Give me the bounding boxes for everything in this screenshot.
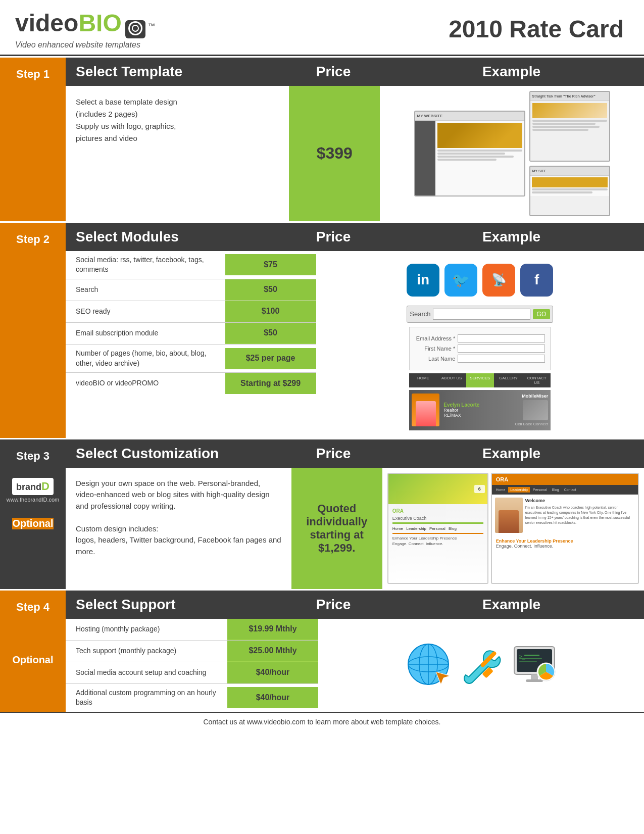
step3-price-col: Quoted individually starting at $1,299.	[291, 468, 382, 589]
firstname-field-row: First Name *	[415, 345, 545, 353]
terminal-svg: >_	[512, 642, 557, 687]
step1-price-col: $399	[289, 86, 380, 221]
footer-text: Contact us at www.videobio.com to learn …	[203, 718, 440, 726]
step1-label: Step 1	[16, 68, 49, 81]
tools-icon	[459, 642, 504, 689]
mobile-miser-brand: MobileMiser	[522, 394, 548, 399]
facebook-label: f	[534, 272, 539, 288]
nav-contact: CONTACT US	[523, 373, 551, 387]
nav-item-3: Personal	[429, 526, 445, 531]
globe-icon	[406, 642, 451, 689]
step1-section: Step 1 Select Template Price Example Sel…	[0, 56, 644, 221]
mockup-img	[437, 123, 522, 148]
cell-back-connect	[523, 400, 548, 420]
step4-price-header: Price	[288, 597, 379, 613]
mockup-side-screens: Straight Talk from "The Rich Advisor"	[529, 91, 610, 216]
page-header: videoBIO ™ Video enhanced website templa…	[0, 0, 644, 55]
rate-card-title: 2010 Rate Card	[449, 15, 624, 43]
ora-divider	[392, 522, 483, 524]
step4-row-0: Hosting (monthly package) $19.99 Mthly	[66, 619, 318, 641]
terminal-icon: >_	[512, 642, 557, 689]
mockup-side-screen-2: MY SITE	[529, 166, 610, 216]
mockup-side-header-2: MY SITE	[530, 167, 609, 176]
nav-item-2: Leadership	[406, 526, 426, 531]
coach-footer-text: Enhance Your Leadership PresenceEngage. …	[492, 536, 638, 551]
ora-nav: Home Leadership Personal Blog	[392, 526, 483, 531]
search-input-mockup	[433, 309, 530, 320]
step4-price-2: $40/hour	[227, 662, 318, 683]
mockup-side-line-3	[532, 126, 600, 128]
step4-price-1: $25.00 Mthly	[227, 641, 318, 662]
coach-header-bar: ORA	[492, 474, 638, 485]
coach-silhouette	[495, 498, 523, 533]
camera-eye	[128, 21, 142, 35]
person-info: Evelyn Lacorte Realtor RE/MAX	[443, 402, 479, 418]
step3-customization-example: 6 ORA Executive Coach Home Leadership Pe…	[385, 470, 641, 586]
mockup-side-body-1	[530, 101, 609, 162]
brand-url: www.thebrandID.com	[7, 497, 60, 503]
firstname-label: First Name *	[415, 346, 455, 352]
step3-label: Step 3	[16, 450, 49, 463]
brand-logo: brandD www.thebrandID.com	[7, 478, 60, 503]
step1-content-row: Select a base template design (includes …	[66, 86, 644, 221]
nav-item-4: Blog	[449, 526, 457, 531]
step4-price-3: $40/hour	[227, 687, 318, 708]
step1-col-headers: Select Template Price Example	[66, 58, 644, 86]
mockup-side-banner	[532, 177, 608, 187]
nav-item-1: Home	[392, 526, 403, 531]
email-addr-label: Email Address *	[415, 335, 455, 341]
flower-header: 6	[388, 474, 487, 504]
brand-d-text: D	[41, 480, 49, 493]
step2-item-3: Email subscription module	[66, 324, 225, 342]
videobio-person-mockup: Evelyn Lacorte Realtor RE/MAX MobileMise…	[409, 390, 551, 430]
brand-logo-box: brandD	[12, 478, 54, 495]
step1-title: Select Template	[76, 64, 288, 80]
step2-example-container: in 🐦 📡 f Search GO	[316, 251, 644, 438]
linkedin-icon: in	[407, 264, 439, 297]
mockup-body	[415, 121, 524, 195]
coach-nav-leadership: Leadership	[508, 487, 530, 493]
mockup-line-3	[437, 156, 514, 158]
rss-symbol: 📡	[491, 273, 507, 287]
logo-tagline: Video enhanced website templates	[15, 40, 155, 50]
step3-price: Quoted individually starting at $1,299.	[296, 502, 377, 555]
step4-main: Select Support Price Example Hosting (mo…	[66, 591, 644, 712]
mockup-main-screen: MY WEBSITE	[414, 111, 525, 197]
svg-rect-13	[519, 661, 537, 662]
step4-title: Select Support	[76, 597, 288, 613]
social-icons-area: in 🐦 📡 f	[402, 259, 558, 302]
search-go-button: GO	[533, 309, 551, 319]
step3-section: Step 3 brandD www.thebrandID.com Optiona…	[0, 438, 644, 589]
support-icons-area: >_	[398, 634, 565, 697]
logo-video-text: video	[15, 10, 78, 36]
step1-price: $399	[317, 144, 353, 163]
step2-content-row: Social media: rss, twitter, facebook, ta…	[66, 251, 644, 438]
step4-item-0: Hosting (monthly package)	[66, 620, 227, 639]
step4-item-2: Social media account setup and coaching	[66, 664, 227, 682]
step2-row-4: Number of pages (home, bio, about, blog,…	[66, 345, 316, 373]
mockup-header-bar: MY WEBSITE	[415, 112, 524, 121]
search-bar-mockup: Search GO	[407, 306, 553, 323]
step1-line1: Select a base template design	[76, 97, 177, 106]
step2-row-2: SEO ready $100	[66, 301, 316, 323]
nav-home: HOME	[409, 373, 437, 387]
mockup-side-img-1	[532, 103, 607, 118]
step3-col-headers: Select Customization Price Example	[66, 439, 644, 468]
step2-row-5: videoBIO or videoPROMO Starting at $299	[66, 373, 316, 394]
step4-label-col: Step 4 Optional	[0, 591, 66, 712]
step2-items-col: Social media: rss, twitter, facebook, ta…	[66, 251, 316, 438]
linkedin-label: in	[417, 272, 429, 288]
coach-website-mockup: ORA Home Leadership Personal Blog Contac…	[491, 473, 639, 584]
step4-section: Step 4 Optional Select Support Price Exa…	[0, 589, 644, 712]
step2-item-0: Social media: rss, twitter, facebook, ta…	[66, 251, 225, 279]
step4-example-header: Example	[379, 597, 644, 613]
mockup-side-header-1: Straight Talk from "The Rich Advisor"	[530, 92, 609, 101]
step3-optional: Optional	[12, 518, 53, 529]
globe-svg	[406, 642, 451, 687]
svg-rect-15	[526, 679, 543, 682]
step2-item-1: Search	[66, 281, 225, 299]
step4-optional: Optional	[12, 654, 53, 666]
step1-line4: pictures and video	[76, 134, 137, 142]
email-addr-input	[458, 334, 545, 342]
step4-example-col: >_	[318, 619, 644, 712]
